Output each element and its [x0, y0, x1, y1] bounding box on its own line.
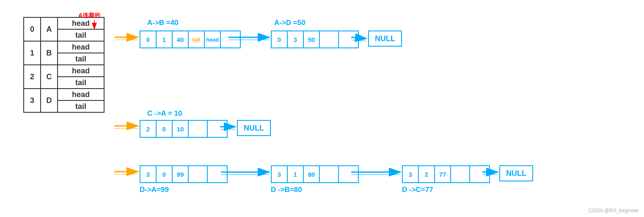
node-a-d-dst: 3 — [288, 31, 304, 47]
label-dc: D ->C=77 — [402, 186, 433, 194]
node-a-b: 0 1 40 tail head — [140, 31, 241, 48]
node-d-c-e1 — [451, 166, 470, 182]
head-1: head — [58, 41, 104, 53]
node-a-b-tail: tail — [189, 31, 205, 47]
tail-1: tail — [58, 53, 104, 65]
tail-3: tail — [58, 100, 104, 112]
node-a-d: 0 3 50 — [271, 31, 359, 48]
node-d-a-dst: 0 — [157, 166, 173, 182]
index-3: 3 — [24, 89, 41, 112]
node-d-a: 3 0 99 — [140, 165, 228, 183]
diagram-container: 0 A head tail 1 B head tail 2 C head — [0, 0, 644, 217]
null-box-0: NULL — [368, 31, 402, 47]
node-a-b-dst: 1 — [157, 31, 173, 47]
index-2: 2 — [24, 65, 41, 89]
label-da: D->A=99 — [140, 186, 169, 194]
node-c-a: 2 0 10 — [140, 120, 228, 138]
node-d-b: 3 1 80 — [271, 165, 359, 183]
node-c-a-e1 — [189, 121, 208, 137]
watermark: CSDN @RX_beginner — [588, 208, 639, 214]
node-a-b-next — [221, 31, 240, 47]
head-2: head — [58, 65, 104, 77]
tail-0: tail — [58, 29, 104, 41]
node-d-c-src: 3 — [403, 166, 419, 182]
tail-2: tail — [58, 77, 104, 89]
label-ab: A->B =40 — [147, 19, 179, 27]
node-a-b-head: head — [205, 31, 221, 47]
node-d-a-src: 3 — [140, 166, 157, 182]
node-d-c-e2 — [470, 166, 489, 182]
node-c-a-dst: 0 — [157, 121, 173, 137]
node-a-d-weight: 50 — [304, 31, 320, 47]
index-1: 1 — [24, 41, 41, 65]
node-d-c-dst: 2 — [419, 166, 435, 182]
node-d-b-e1 — [320, 166, 339, 182]
null-box-3: NULL — [499, 165, 533, 181]
node-d-a-e2 — [208, 166, 227, 182]
node-d-a-e1 — [189, 166, 208, 182]
node-d-b-weight: 80 — [304, 166, 320, 182]
head-3: head — [58, 89, 104, 100]
letter-c: C — [41, 65, 58, 89]
letter-b: B — [41, 41, 58, 65]
node-c-a-e2 — [208, 121, 227, 137]
node-c-a-src: 2 — [140, 121, 157, 137]
letter-d: D — [41, 89, 58, 112]
node-d-b-src: 3 — [272, 166, 288, 182]
index-0: 0 — [24, 17, 41, 41]
node-d-a-weight: 99 — [173, 166, 189, 182]
node-d-b-dst: 1 — [288, 166, 304, 182]
node-a-b-weight: 40 — [173, 31, 189, 47]
node-c-a-weight: 10 — [173, 121, 189, 137]
node-a-d-e2 — [339, 31, 358, 47]
node-d-c-weight: 77 — [435, 166, 451, 182]
letter-a: A — [41, 17, 58, 41]
node-a-b-src: 0 — [140, 31, 157, 47]
node-a-d-src: 0 — [272, 31, 288, 47]
label-db: D ->B=80 — [271, 186, 302, 194]
adjacency-table: 0 A head tail 1 B head tail 2 C head — [23, 17, 105, 113]
label-a-connected: A连着的 — [78, 12, 100, 19]
label-ad: A->D =50 — [274, 19, 305, 27]
label-ca: C ->A = 10 — [147, 109, 182, 118]
node-d-c: 3 2 77 — [402, 165, 490, 183]
node-d-b-e2 — [339, 166, 358, 182]
node-a-d-e1 — [320, 31, 339, 47]
null-box-2: NULL — [237, 120, 271, 136]
